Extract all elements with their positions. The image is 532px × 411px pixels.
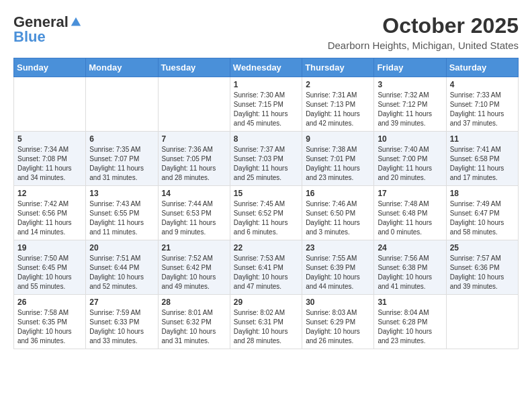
calendar-day-cell: 12Sunrise: 7:42 AMSunset: 6:56 PMDayligh… [14,186,86,240]
day-info: Sunrise: 7:35 AMSunset: 7:07 PMDaylight:… [89,145,154,183]
calendar-day-cell: 8Sunrise: 7:37 AMSunset: 7:03 PMDaylight… [230,132,302,186]
day-info: Sunrise: 7:43 AMSunset: 6:55 PMDaylight:… [89,199,154,237]
day-info: Sunrise: 8:04 AMSunset: 6:28 PMDaylight:… [378,308,442,346]
day-info: Sunrise: 7:41 AMSunset: 6:58 PMDaylight:… [450,145,515,183]
day-number: 25 [450,243,515,253]
day-number: 13 [89,189,154,198]
calendar-day-cell: 28Sunrise: 8:01 AMSunset: 6:32 PMDayligh… [158,295,230,349]
day-number: 20 [89,243,154,253]
calendar-day-cell: 7Sunrise: 7:36 AMSunset: 7:05 PMDaylight… [158,132,230,186]
calendar-day-cell: 4Sunrise: 7:33 AMSunset: 7:10 PMDaylight… [446,77,518,132]
calendar-week-row: 26Sunrise: 7:58 AMSunset: 6:35 PMDayligh… [14,295,519,349]
day-info: Sunrise: 7:59 AMSunset: 6:33 PMDaylight:… [89,308,154,346]
svg-marker-0 [71,17,81,26]
day-info: Sunrise: 7:34 AMSunset: 7:08 PMDaylight:… [17,145,82,183]
day-number: 4 [450,80,515,89]
day-number: 24 [378,243,442,253]
calendar-week-row: 12Sunrise: 7:42 AMSunset: 6:56 PMDayligh… [14,186,519,240]
day-info: Sunrise: 8:01 AMSunset: 6:32 PMDaylight:… [162,308,226,346]
calendar-day-cell: 15Sunrise: 7:45 AMSunset: 6:52 PMDayligh… [230,186,302,240]
logo: General Blue [13,13,82,46]
day-number: 29 [234,298,298,307]
calendar-day-cell: 11Sunrise: 7:41 AMSunset: 6:58 PMDayligh… [446,132,518,186]
page-header: General Blue October 2025 Dearborn Heigh… [13,13,519,51]
day-number: 3 [378,80,442,89]
calendar-day-cell: 27Sunrise: 7:59 AMSunset: 6:33 PMDayligh… [86,295,158,349]
day-number: 1 [234,80,298,89]
day-info: Sunrise: 7:55 AMSunset: 6:39 PMDaylight:… [306,254,370,291]
month-title: October 2025 [328,13,519,38]
calendar-day-cell: 20Sunrise: 7:51 AMSunset: 6:44 PMDayligh… [86,240,158,295]
calendar-day-header: Tuesday [158,58,230,77]
day-info: Sunrise: 7:40 AMSunset: 7:00 PMDaylight:… [378,145,442,183]
calendar-week-row: 5Sunrise: 7:34 AMSunset: 7:08 PMDaylight… [14,132,519,186]
calendar-day-cell: 30Sunrise: 8:03 AMSunset: 6:29 PMDayligh… [302,295,374,349]
day-info: Sunrise: 7:46 AMSunset: 6:50 PMDaylight:… [306,199,370,237]
day-info: Sunrise: 7:58 AMSunset: 6:35 PMDaylight:… [17,308,82,346]
day-info: Sunrise: 7:36 AMSunset: 7:05 PMDaylight:… [162,145,226,183]
day-info: Sunrise: 7:49 AMSunset: 6:47 PMDaylight:… [450,199,515,237]
day-info: Sunrise: 7:53 AMSunset: 6:41 PMDaylight:… [234,254,298,291]
day-info: Sunrise: 7:52 AMSunset: 6:42 PMDaylight:… [162,254,226,291]
day-number: 2 [306,80,370,89]
location-text: Dearborn Heights, Michigan, United State… [328,40,519,51]
day-number: 5 [17,134,82,144]
day-number: 21 [162,243,226,253]
calendar-day-cell [86,77,158,132]
day-info: Sunrise: 8:03 AMSunset: 6:29 PMDaylight:… [306,308,370,346]
calendar-day-cell: 17Sunrise: 7:48 AMSunset: 6:48 PMDayligh… [374,186,446,240]
day-number: 9 [306,134,370,144]
day-number: 31 [378,298,442,307]
day-info: Sunrise: 7:32 AMSunset: 7:12 PMDaylight:… [378,91,442,128]
day-number: 10 [378,134,442,144]
calendar-day-cell: 14Sunrise: 7:44 AMSunset: 6:53 PMDayligh… [158,186,230,240]
day-info: Sunrise: 7:56 AMSunset: 6:38 PMDaylight:… [378,254,442,291]
day-number: 27 [89,298,154,307]
calendar-header-row: SundayMondayTuesdayWednesdayThursdayFrid… [14,58,519,77]
calendar-day-cell: 22Sunrise: 7:53 AMSunset: 6:41 PMDayligh… [230,240,302,295]
calendar-day-cell: 9Sunrise: 7:38 AMSunset: 7:01 PMDaylight… [302,132,374,186]
day-number: 7 [162,134,226,144]
day-info: Sunrise: 7:48 AMSunset: 6:48 PMDaylight:… [378,199,442,237]
day-number: 17 [378,189,442,198]
day-number: 14 [162,189,226,198]
day-number: 19 [17,243,82,253]
day-number: 30 [306,298,370,307]
calendar-day-header: Wednesday [230,58,302,77]
calendar-day-header: Monday [86,58,158,77]
calendar-day-cell: 26Sunrise: 7:58 AMSunset: 6:35 PMDayligh… [14,295,86,349]
calendar-day-header: Thursday [302,58,374,77]
calendar-day-cell: 25Sunrise: 7:57 AMSunset: 6:36 PMDayligh… [446,240,518,295]
day-number: 8 [234,134,298,144]
day-info: Sunrise: 8:02 AMSunset: 6:31 PMDaylight:… [234,308,298,346]
title-area: October 2025 Dearborn Heights, Michigan,… [328,13,519,51]
calendar-day-cell: 21Sunrise: 7:52 AMSunset: 6:42 PMDayligh… [158,240,230,295]
calendar-day-cell: 2Sunrise: 7:31 AMSunset: 7:13 PMDaylight… [302,77,374,132]
day-info: Sunrise: 7:42 AMSunset: 6:56 PMDaylight:… [17,199,82,237]
calendar-day-cell: 3Sunrise: 7:32 AMSunset: 7:12 PMDaylight… [374,77,446,132]
day-info: Sunrise: 7:31 AMSunset: 7:13 PMDaylight:… [306,91,370,128]
calendar-table: SundayMondayTuesdayWednesdayThursdayFrid… [13,58,519,349]
calendar-week-row: 19Sunrise: 7:50 AMSunset: 6:45 PMDayligh… [14,240,519,295]
calendar-day-cell: 29Sunrise: 8:02 AMSunset: 6:31 PMDayligh… [230,295,302,349]
day-number: 22 [234,243,298,253]
calendar-day-cell [446,295,518,349]
calendar-day-header: Friday [374,58,446,77]
day-number: 12 [17,189,82,198]
calendar-day-cell: 31Sunrise: 8:04 AMSunset: 6:28 PMDayligh… [374,295,446,349]
calendar-day-header: Sunday [14,58,86,77]
day-info: Sunrise: 7:45 AMSunset: 6:52 PMDaylight:… [234,199,298,237]
calendar-day-cell [14,77,86,132]
calendar-day-cell: 18Sunrise: 7:49 AMSunset: 6:47 PMDayligh… [446,186,518,240]
day-number: 26 [17,298,82,307]
logo-blue-text: Blue [13,28,46,46]
day-info: Sunrise: 7:44 AMSunset: 6:53 PMDaylight:… [162,199,226,237]
calendar-day-cell [158,77,230,132]
day-info: Sunrise: 7:33 AMSunset: 7:10 PMDaylight:… [450,91,515,128]
day-number: 11 [450,134,515,144]
calendar-week-row: 1Sunrise: 7:30 AMSunset: 7:15 PMDaylight… [14,77,519,132]
calendar-day-cell: 10Sunrise: 7:40 AMSunset: 7:00 PMDayligh… [374,132,446,186]
day-number: 6 [89,134,154,144]
day-info: Sunrise: 7:51 AMSunset: 6:44 PMDaylight:… [89,254,154,291]
day-number: 18 [450,189,515,198]
